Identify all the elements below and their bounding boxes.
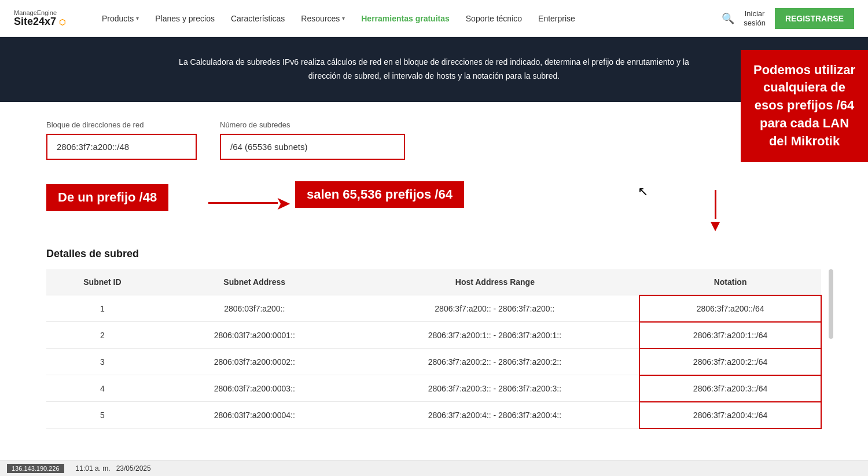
table-cell: 1 bbox=[46, 295, 159, 322]
nav-resources[interactable]: Resources ▾ bbox=[301, 14, 345, 23]
table-header: Subnet ID Subnet Address Host Address Ra… bbox=[46, 269, 821, 295]
prefix-label-left: De un prefijo /48 bbox=[46, 184, 168, 211]
table-row: 42806:03f7:a200:0003::2806:3f7:a200:3:: … bbox=[46, 375, 821, 402]
col-host-range: Host Address Range bbox=[351, 269, 640, 295]
table-cell: 2806:3f7:a200:2:: - 2806:3f7:a200:2:: bbox=[351, 349, 640, 375]
network-block-group: Bloque de direcciones de red bbox=[46, 120, 197, 160]
logo-bottom: Site24x7 ⬡ bbox=[14, 16, 83, 28]
prefix-label-center: salen 65,536 prefijos /64 bbox=[295, 181, 464, 208]
register-button[interactable]: REGISTRARSE bbox=[775, 8, 854, 29]
notation-cell: 2806:3f7:a200:2::/64 bbox=[639, 349, 821, 375]
nav-enterprise[interactable]: Enterprise bbox=[538, 14, 575, 23]
subnet-count-label: Número de subredes bbox=[220, 120, 405, 129]
nav-right: 🔍 Iniciar sesión REGISTRARSE bbox=[722, 8, 854, 29]
nav-soporte[interactable]: Soporte técnico bbox=[466, 14, 522, 23]
arrow-line-icon bbox=[208, 202, 278, 204]
table-cell: 2806:03f7:a200:0002:: bbox=[159, 349, 351, 375]
search-icon[interactable]: 🔍 bbox=[722, 12, 734, 25]
table-row: 12806:03f7:a200::2806:3f7:a200:: - 2806:… bbox=[46, 295, 821, 322]
arrow-right-indicator: ➤ bbox=[208, 192, 291, 214]
network-block-input[interactable] bbox=[46, 134, 197, 160]
nav-products[interactable]: Products ▾ bbox=[102, 14, 139, 23]
logo[interactable]: ManageEngine Site24x7 ⬡ bbox=[14, 9, 83, 28]
notation-cell: 2806:3f7:a200::/64 bbox=[639, 295, 821, 322]
table-section: Detalles de subred Subnet ID Subnet Addr… bbox=[0, 248, 868, 452]
hero-text: La Calculadora de subredes IPv6 realiza … bbox=[174, 56, 694, 83]
nav-planes[interactable]: Planes y precios bbox=[155, 14, 215, 23]
table-row: 52806:03f7:a200:0004::2806:3f7:a200:4:: … bbox=[46, 402, 821, 429]
products-arrow-icon: ▾ bbox=[136, 15, 139, 21]
cursor-icon: ↖ bbox=[638, 184, 648, 199]
notation-cell: 2806:3f7:a200:4::/64 bbox=[639, 402, 821, 429]
arrow-head-icon: ➤ bbox=[275, 192, 291, 214]
col-subnet-address: Subnet Address bbox=[159, 269, 351, 295]
arrow-down-head-icon: ▼ bbox=[707, 217, 723, 235]
nav-links: Products ▾ Planes y precios Característi… bbox=[102, 14, 703, 23]
table-cell: 2806:3f7:a200:: - 2806:3f7:a200:: bbox=[351, 295, 640, 322]
table-cell: 5 bbox=[46, 402, 159, 429]
table-wrapper: Subnet ID Subnet Address Host Address Ra… bbox=[46, 269, 822, 429]
subnet-count-group: Número de subredes bbox=[220, 120, 405, 160]
login-button[interactable]: Iniciar sesión bbox=[744, 9, 766, 27]
col-notation: Notation bbox=[639, 269, 821, 295]
notation-cell: 2806:3f7:a200:1::/64 bbox=[639, 322, 821, 349]
table-header-row: Subnet ID Subnet Address Host Address Ra… bbox=[46, 269, 821, 295]
table-cell: 2806:3f7:a200:1:: - 2806:3f7:a200:1:: bbox=[351, 322, 640, 349]
table-cell: 2806:03f7:a200:0003:: bbox=[159, 375, 351, 402]
table-cell: 4 bbox=[46, 375, 159, 402]
calculator-section: Podemos utilizar cualquiera de esos pref… bbox=[0, 102, 868, 248]
form-row: Bloque de direcciones de red Número de s… bbox=[46, 120, 822, 160]
arrow-vert-line-icon bbox=[715, 190, 716, 219]
table-cell: 2806:3f7:a200:4:: - 2806:3f7:a200:4:: bbox=[351, 402, 640, 429]
table-cell: 2806:03f7:a200:0001:: bbox=[159, 322, 351, 349]
table-cell: 3 bbox=[46, 349, 159, 375]
table-body: 12806:03f7:a200::2806:3f7:a200:: - 2806:… bbox=[46, 295, 821, 429]
col-subnet-id: Subnet ID bbox=[46, 269, 159, 295]
annotation-area: De un prefijo /48 ➤ salen 65,536 prefijo… bbox=[46, 178, 822, 225]
network-block-label: Bloque de direcciones de red bbox=[46, 120, 197, 129]
arrow-down-indicator: ▼ bbox=[707, 190, 723, 235]
table-cell: 2806:03f7:a200:: bbox=[159, 295, 351, 322]
table-cell: 2806:03f7:a200:0004:: bbox=[159, 402, 351, 429]
resources-arrow-icon: ▾ bbox=[342, 15, 345, 21]
notation-cell: 2806:3f7:a200:3::/64 bbox=[639, 375, 821, 402]
table-row: 22806:03f7:a200:0001::2806:3f7:a200:1:: … bbox=[46, 322, 821, 349]
subnet-count-input[interactable] bbox=[220, 134, 405, 160]
annotation-box-right: Podemos utilizar cualquiera de esos pref… bbox=[741, 50, 868, 162]
logo-icon: ⬡ bbox=[59, 18, 65, 27]
navbar: ManageEngine Site24x7 ⬡ Products ▾ Plane… bbox=[0, 0, 868, 37]
nav-herramientas[interactable]: Herramientas gratuitas bbox=[361, 14, 450, 23]
hero-banner: La Calculadora de subredes IPv6 realiza … bbox=[0, 37, 868, 102]
table-title: Detalles de subred bbox=[46, 248, 822, 260]
table-cell: 2 bbox=[46, 322, 159, 349]
table-row: 32806:03f7:a200:0002::2806:3f7:a200:2:: … bbox=[46, 349, 821, 375]
subnet-table: Subnet ID Subnet Address Host Address Ra… bbox=[46, 269, 822, 429]
table-cell: 2806:3f7:a200:3:: - 2806:3f7:a200:3:: bbox=[351, 375, 640, 402]
nav-caracteristicas[interactable]: Características bbox=[231, 14, 285, 23]
scrollbar-indicator[interactable] bbox=[829, 269, 833, 339]
page-wrapper: Podemos utilizar cualquiera de esos pref… bbox=[0, 102, 868, 452]
